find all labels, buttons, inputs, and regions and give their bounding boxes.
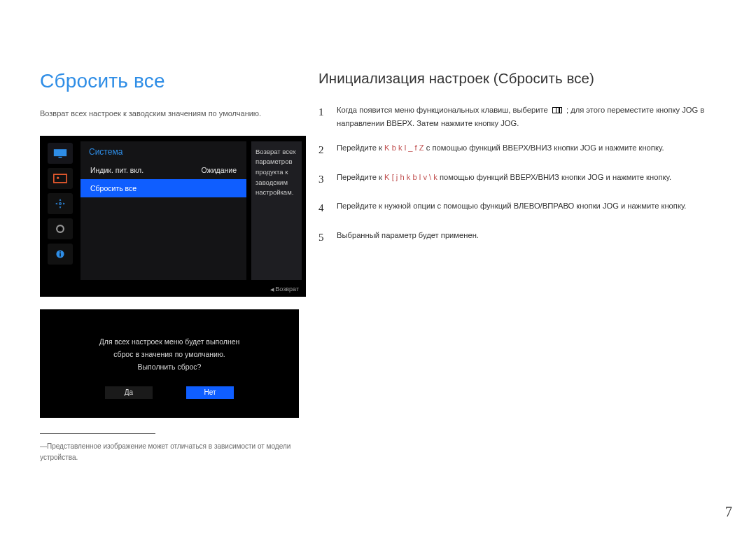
- menu-grid-icon: [552, 107, 562, 113]
- step-2: 2 Перейдите к K b k l _ f Z с помощью фу…: [318, 141, 721, 160]
- gear-icon: [48, 218, 73, 239]
- step-number: 3: [318, 171, 328, 189]
- step-3: 3 Перейдите к K [ j h k b l v \ k помощь…: [318, 171, 721, 189]
- step-text: Выбранный параметр будет применен.: [337, 229, 721, 247]
- step-number: 2: [318, 141, 328, 160]
- step-text: с помощью функций ВВЕРХ/ВНИЗ кнопки JOG …: [424, 143, 664, 152]
- osd-row-reset-all: Сбросить все: [80, 179, 246, 197]
- osd-content: Система Индик. пит. вкл. Ожидание Сброси…: [80, 141, 246, 280]
- monitor-icon: [48, 143, 73, 164]
- page-title: Сбросить все: [40, 70, 306, 92]
- move-icon: [48, 193, 73, 214]
- dialog-line: сброс в значения по умолчанию.: [40, 350, 299, 358]
- svg-point-6: [59, 227, 62, 230]
- svg-rect-1: [59, 157, 62, 158]
- section-title: Инициализация настроек (Сбросить все): [318, 70, 721, 87]
- no-button[interactable]: Нет: [186, 386, 234, 399]
- step-5: 5 Выбранный параметр будет применен.: [318, 229, 721, 247]
- osd-description-box: Возврат всех параметров продукта к завод…: [251, 141, 302, 280]
- osd-row-label: Сбросить все: [90, 184, 136, 192]
- step-text: Перейдите к нужной опции с помощью функц…: [337, 199, 721, 218]
- osd-row-value: Ожидание: [201, 166, 237, 174]
- yes-button[interactable]: Да: [105, 386, 153, 399]
- step-text: Перейдите к: [337, 143, 384, 152]
- dialog-line: Для всех настроек меню будет выполнен: [40, 337, 299, 346]
- svg-rect-9: [59, 251, 60, 252]
- step-1: 1 Когда появится меню функциональных кла…: [318, 104, 721, 130]
- svg-point-3: [57, 176, 59, 178]
- dialog-line: Выполнить сброс?: [40, 363, 299, 371]
- svg-rect-8: [59, 253, 60, 256]
- osd-reset-dialog: Для всех настроек меню будет выполнен сб…: [40, 309, 299, 418]
- footnote-text: Представленное изображение может отличат…: [40, 442, 290, 461]
- step-4: 4 Перейдите к нужной опции с помощью фун…: [318, 199, 721, 218]
- separator: [40, 433, 155, 434]
- page-number: 7: [725, 504, 732, 520]
- subtitle: Возврат всех настроек к заводским значен…: [40, 108, 306, 120]
- footnote: ―Представленное изображение может отлича…: [40, 441, 306, 463]
- info-icon: [48, 244, 73, 265]
- step-highlight: K b k l _ f Z: [384, 143, 424, 152]
- step-number: 4: [318, 199, 328, 218]
- steps-list: 1 Когда появится меню функциональных кла…: [318, 104, 721, 246]
- step-text: Перейдите к: [337, 173, 384, 181]
- svg-point-4: [59, 202, 62, 204]
- step-number: 5: [318, 229, 328, 247]
- svg-rect-0: [54, 149, 66, 156]
- osd-left-rail: [44, 143, 76, 290]
- step-text: Когда появится меню функциональных клави…: [337, 106, 550, 114]
- osd-system-menu: Система Индик. пит. вкл. Ожидание Сброси…: [40, 136, 306, 297]
- step-text: помощью функций ВВЕРХ/ВНИЗ кнопки JOG и …: [440, 173, 671, 181]
- svg-rect-2: [54, 174, 66, 183]
- step-number: 1: [318, 104, 328, 130]
- osd-menu-title: Система: [80, 141, 246, 161]
- osd-row-label: Индик. пит. вкл.: [90, 166, 144, 174]
- osd-row-power-led: Индик. пит. вкл. Ожидание: [80, 161, 246, 179]
- osd-back-hint: Возврат: [270, 286, 299, 293]
- step-highlight: K [ j h k b l v \ k: [384, 173, 438, 181]
- picture-icon: [48, 168, 73, 189]
